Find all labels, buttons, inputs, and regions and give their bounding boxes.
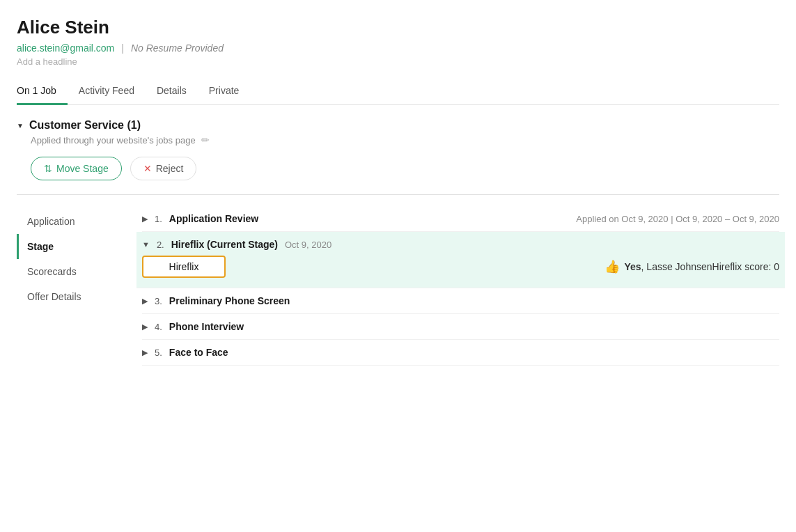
add-headline[interactable]: Add a headline xyxy=(17,56,779,67)
stage-1-meta: Applied on Oct 9, 2020 | Oct 9, 2020 – O… xyxy=(576,214,779,224)
tab-on-job[interactable]: On 1 Job xyxy=(17,78,68,105)
tab-bar: On 1 Job Activity Feed Details Private xyxy=(17,78,779,105)
scorecard-card[interactable]: Hireflix xyxy=(142,256,226,278)
thumbs-up-icon: 👍 xyxy=(604,259,620,274)
tab-activity-feed[interactable]: Activity Feed xyxy=(68,78,146,105)
stage-5-header: ▶ 5. Face to Face xyxy=(142,347,779,358)
sidebar-nav: Application Stage Scorecards Offer Detai… xyxy=(17,206,128,366)
stage-3-header: ▶ 3. Preliminary Phone Screen xyxy=(142,295,779,306)
stage-5-name[interactable]: Face to Face xyxy=(169,347,228,358)
stage-2-date: Oct 9, 2020 xyxy=(285,240,331,250)
job-title: Customer Service (1) xyxy=(29,119,141,132)
tab-details[interactable]: Details xyxy=(146,78,198,105)
job-source: Applied through your website's jobs page… xyxy=(31,134,779,146)
sidebar-item-offer-details[interactable]: Offer Details xyxy=(17,284,128,309)
stage-2-toggle-icon[interactable]: ▼ xyxy=(142,240,150,249)
stage-2-number: 2. xyxy=(157,240,164,250)
stage-4-header: ▶ 4. Phone Interview xyxy=(142,321,779,332)
stage-4-toggle-icon[interactable]: ▶ xyxy=(142,322,148,331)
stage-row-current: ▼ 2. Hireflix (Current Stage) Oct 9, 202… xyxy=(136,232,785,288)
reject-label: Reject xyxy=(156,163,184,174)
no-resume-label: No Resume Provided xyxy=(131,42,224,54)
candidate-email-link[interactable]: alice.stein@gmail.com xyxy=(17,42,114,54)
candidate-name: Alice Stein xyxy=(17,17,779,38)
job-header: ▼ Customer Service (1) xyxy=(17,119,779,132)
scorecard-result-text: Yes, Lasse JohnsenHireflix score: 0 xyxy=(624,261,779,272)
stage-2-header: ▼ 2. Hireflix (Current Stage) Oct 9, 202… xyxy=(142,239,779,250)
scorecard-row: Hireflix 👍 Yes, Lasse JohnsenHireflix sc… xyxy=(142,256,779,278)
stage-row: ▶ 4. Phone Interview xyxy=(142,314,779,340)
scorecard-result: 👍 Yes, Lasse JohnsenHireflix score: 0 xyxy=(604,259,779,274)
stage-row: ▶ 5. Face to Face xyxy=(142,340,779,366)
stage-row: ▶ 3. Preliminary Phone Screen xyxy=(142,288,779,314)
stages-area: ▶ 1. Application Review Applied on Oct 9… xyxy=(128,206,779,366)
meta-divider: | xyxy=(121,42,124,54)
content-area: ▼ Customer Service (1) Applied through y… xyxy=(0,105,796,380)
two-col-layout: Application Stage Scorecards Offer Detai… xyxy=(17,206,779,366)
tab-private[interactable]: Private xyxy=(198,78,251,105)
stage-4-name[interactable]: Phone Interview xyxy=(169,321,244,332)
stage-1-name[interactable]: Application Review xyxy=(169,213,258,224)
reject-x-icon: ✕ xyxy=(143,163,152,174)
move-stage-button[interactable]: ⇅ Move Stage xyxy=(31,157,122,180)
stage-5-toggle-icon[interactable]: ▶ xyxy=(142,348,148,357)
job-actions: ⇅ Move Stage ✕ Reject xyxy=(31,157,779,180)
candidate-meta: alice.stein@gmail.com | No Resume Provid… xyxy=(17,42,779,54)
section-divider xyxy=(17,194,779,195)
stage-row: ▶ 1. Application Review Applied on Oct 9… xyxy=(142,206,779,232)
stage-3-name[interactable]: Preliminary Phone Screen xyxy=(169,295,290,306)
sidebar-item-stage[interactable]: Stage xyxy=(17,234,128,259)
job-source-text: Applied through your website's jobs page xyxy=(31,135,196,146)
stage-3-number: 3. xyxy=(155,296,162,306)
sidebar-item-application[interactable]: Application xyxy=(17,209,128,234)
move-stage-label: Move Stage xyxy=(56,163,109,174)
stage-row-header: ▶ 1. Application Review Applied on Oct 9… xyxy=(142,213,779,224)
candidate-header: Alice Stein alice.stein@gmail.com | No R… xyxy=(0,0,796,105)
sidebar-item-scorecards[interactable]: Scorecards xyxy=(17,259,128,284)
stage-3-toggle-icon[interactable]: ▶ xyxy=(142,297,148,306)
move-stage-icon: ⇅ xyxy=(44,163,52,174)
stage-1-toggle-icon[interactable]: ▶ xyxy=(142,214,148,224)
page-container: Alice Stein alice.stein@gmail.com | No R… xyxy=(0,0,796,532)
job-section: ▼ Customer Service (1) Applied through y… xyxy=(17,119,779,366)
stage-4-number: 4. xyxy=(155,322,162,332)
job-chevron-icon[interactable]: ▼ xyxy=(17,122,24,130)
reject-button[interactable]: ✕ Reject xyxy=(130,157,197,180)
edit-source-icon[interactable]: ✏ xyxy=(201,134,210,146)
stage-2-name[interactable]: Hireflix (Current Stage) xyxy=(171,239,278,250)
stage-1-number: 1. xyxy=(155,214,162,224)
stage-5-number: 5. xyxy=(155,347,162,358)
